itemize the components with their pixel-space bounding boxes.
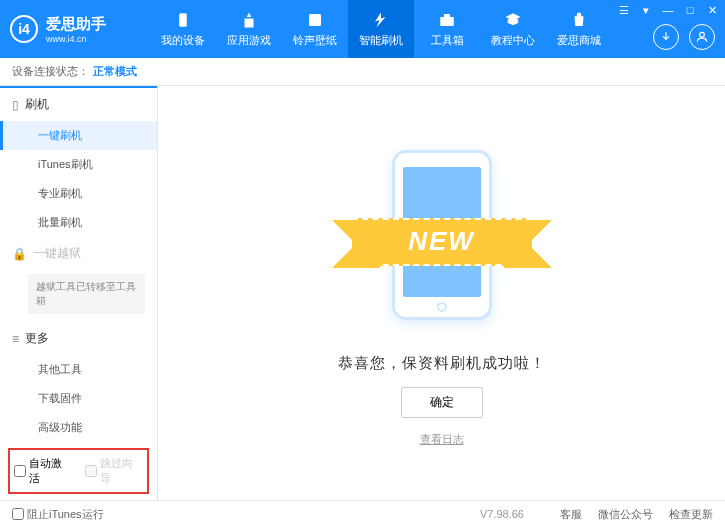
tab-my-device[interactable]: 我的设备 — [150, 0, 216, 58]
minimize-button[interactable]: — — [661, 4, 675, 17]
app-subtitle: www.i4.cn — [46, 34, 106, 44]
options-highlight-box: 自动激活 跳过向导 — [8, 448, 149, 494]
toolbox-icon — [437, 10, 457, 30]
ringtone-icon — [305, 10, 325, 30]
window-controls: ☰ ▾ — □ ✕ — [617, 4, 719, 17]
status-label: 设备连接状态： — [12, 64, 89, 79]
dropdown-icon[interactable]: ▾ — [639, 4, 653, 17]
download-button[interactable] — [653, 24, 679, 50]
checkbox-auto-activate[interactable]: 自动激活 — [14, 456, 73, 486]
user-button[interactable] — [689, 24, 715, 50]
sidebar-section-flash[interactable]: ▯ 刷机 — [0, 88, 157, 121]
tab-apps-games[interactable]: 应用游戏 — [216, 0, 282, 58]
app-title: 爱思助手 — [46, 15, 106, 34]
svg-rect-1 — [309, 14, 321, 26]
list-icon: ≡ — [12, 332, 19, 346]
app-header: i4 爱思助手 www.i4.cn 我的设备 应用游戏 铃声壁纸 智能刷机 工具… — [0, 0, 725, 58]
jailbreak-note: 越狱工具已转移至工具箱 — [28, 274, 145, 314]
logo-icon: i4 — [10, 15, 38, 43]
tab-toolbox[interactable]: 工具箱 — [414, 0, 480, 58]
svg-point-4 — [700, 32, 705, 37]
checkbox-skip-guide[interactable]: 跳过向导 — [85, 456, 144, 486]
view-log-link[interactable]: 查看日志 — [420, 432, 464, 447]
sidebar: ▯ 刷机 一键刷机 iTunes刷机 专业刷机 批量刷机 🔒 一键越狱 越狱工具… — [0, 86, 158, 500]
version-label: V7.98.66 — [480, 508, 524, 520]
footer-link-support[interactable]: 客服 — [560, 507, 582, 522]
checkbox-block-itunes[interactable]: 阻止iTunes运行 — [12, 507, 104, 522]
logo-area: i4 爱思助手 www.i4.cn — [10, 15, 150, 44]
new-ribbon: NEW — [352, 218, 532, 266]
sidebar-item-pro-flash[interactable]: 专业刷机 — [0, 179, 157, 208]
tutorial-icon — [503, 10, 523, 30]
apps-icon — [239, 10, 259, 30]
success-illustration: NEW — [362, 140, 522, 340]
sidebar-item-batch-flash[interactable]: 批量刷机 — [0, 208, 157, 237]
tab-smart-flash[interactable]: 智能刷机 — [348, 0, 414, 58]
sidebar-section-more[interactable]: ≡ 更多 — [0, 322, 157, 355]
lock-icon: 🔒 — [12, 247, 27, 261]
tab-tutorials[interactable]: 教程中心 — [480, 0, 546, 58]
phone-icon: ▯ — [12, 98, 19, 112]
status-mode: 正常模式 — [93, 64, 137, 79]
status-bar: 设备连接状态： 正常模式 — [0, 58, 725, 86]
header-actions — [653, 24, 715, 50]
svg-rect-0 — [179, 13, 187, 27]
sidebar-section-jailbreak: 🔒 一键越狱 — [0, 237, 157, 270]
store-icon — [569, 10, 589, 30]
main-content: NEW 恭喜您，保资料刷机成功啦！ 确定 查看日志 — [158, 86, 725, 500]
svg-rect-3 — [444, 14, 450, 17]
menu-icon[interactable]: ☰ — [617, 4, 631, 17]
sidebar-item-download-firmware[interactable]: 下载固件 — [0, 384, 157, 413]
sidebar-item-itunes-flash[interactable]: iTunes刷机 — [0, 150, 157, 179]
close-button[interactable]: ✕ — [705, 4, 719, 17]
flash-icon — [371, 10, 391, 30]
tab-store[interactable]: 爱思商城 — [546, 0, 612, 58]
ok-button[interactable]: 确定 — [401, 387, 483, 418]
footer-link-update[interactable]: 检查更新 — [669, 507, 713, 522]
success-message: 恭喜您，保资料刷机成功啦！ — [338, 354, 546, 373]
device-icon — [173, 10, 193, 30]
footer-link-wechat[interactable]: 微信公众号 — [598, 507, 653, 522]
maximize-button[interactable]: □ — [683, 4, 697, 17]
tab-ringtone-wallpaper[interactable]: 铃声壁纸 — [282, 0, 348, 58]
sidebar-item-advanced[interactable]: 高级功能 — [0, 413, 157, 442]
svg-rect-2 — [440, 17, 454, 26]
sidebar-item-other-tools[interactable]: 其他工具 — [0, 355, 157, 384]
footer: 阻止iTunes运行 V7.98.66 客服 微信公众号 检查更新 — [0, 500, 725, 527]
sidebar-item-oneclick-flash[interactable]: 一键刷机 — [0, 121, 157, 150]
